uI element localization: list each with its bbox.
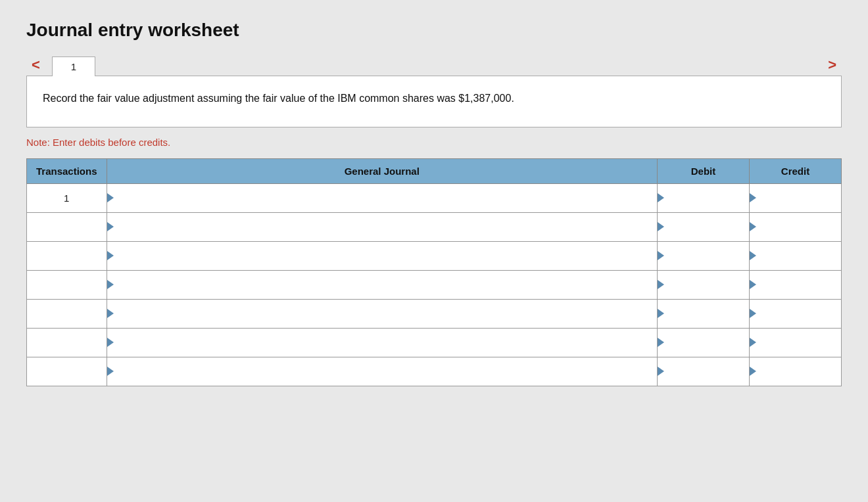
journal-cell[interactable] <box>107 212 657 241</box>
debit-cell[interactable] <box>658 299 750 328</box>
journal-input[interactable] <box>111 329 653 357</box>
table-row <box>27 328 842 357</box>
debit-input[interactable] <box>662 213 745 241</box>
journal-input[interactable] <box>111 357 653 386</box>
transactions-cell <box>27 212 107 241</box>
credit-cell[interactable] <box>750 328 842 357</box>
credit-input[interactable] <box>754 184 837 212</box>
credit-cell[interactable] <box>750 270 842 299</box>
note-text: Note: Enter debits before credits. <box>26 137 842 148</box>
tab-1[interactable]: 1 <box>52 57 95 76</box>
header-general-journal: General Journal <box>107 158 657 183</box>
credit-cell[interactable] <box>750 212 842 241</box>
credit-input[interactable] <box>754 242 837 270</box>
journal-cell[interactable] <box>107 241 657 270</box>
debit-cell[interactable] <box>658 241 750 270</box>
debit-input[interactable] <box>662 184 745 212</box>
debit-cell[interactable] <box>658 183 750 212</box>
debit-cell[interactable] <box>658 328 750 357</box>
journal-input[interactable] <box>111 213 653 241</box>
page-title: Journal entry worksheet <box>26 20 842 41</box>
prev-button[interactable]: < <box>26 54 45 76</box>
table-row <box>27 357 842 386</box>
debit-cell[interactable] <box>658 212 750 241</box>
table-row <box>27 241 842 270</box>
transactions-cell <box>27 270 107 299</box>
journal-cell[interactable] <box>107 328 657 357</box>
next-button[interactable]: > <box>823 54 842 76</box>
journal-table: Transactions General Journal Debit Credi… <box>26 158 842 386</box>
debit-input[interactable] <box>662 242 745 270</box>
credit-input[interactable] <box>754 357 837 386</box>
header-transactions: Transactions <box>27 158 107 183</box>
credit-cell[interactable] <box>750 357 842 386</box>
journal-input[interactable] <box>111 184 653 212</box>
table-row <box>27 212 842 241</box>
journal-cell[interactable] <box>107 357 657 386</box>
table-row: 1 <box>27 183 842 212</box>
transactions-cell <box>27 299 107 328</box>
credit-cell[interactable] <box>750 299 842 328</box>
journal-cell[interactable] <box>107 183 657 212</box>
transactions-cell: 1 <box>27 183 107 212</box>
credit-input[interactable] <box>754 329 837 357</box>
debit-cell[interactable] <box>658 357 750 386</box>
credit-input[interactable] <box>754 271 837 299</box>
credit-cell[interactable] <box>750 241 842 270</box>
journal-input[interactable] <box>111 300 653 328</box>
transactions-cell <box>27 328 107 357</box>
credit-cell[interactable] <box>750 183 842 212</box>
header-credit: Credit <box>750 158 842 183</box>
debit-cell[interactable] <box>658 270 750 299</box>
debit-input[interactable] <box>662 300 745 328</box>
tab-navigation: < 1 > <box>26 54 842 76</box>
journal-input[interactable] <box>111 242 653 270</box>
table-row <box>27 270 842 299</box>
journal-cell[interactable] <box>107 270 657 299</box>
credit-input[interactable] <box>754 213 837 241</box>
journal-input[interactable] <box>111 271 653 299</box>
debit-input[interactable] <box>662 329 745 357</box>
journal-cell[interactable] <box>107 299 657 328</box>
debit-input[interactable] <box>662 357 745 386</box>
instruction-text: Record the fair value adjustment assumin… <box>43 91 825 107</box>
table-row <box>27 299 842 328</box>
credit-input[interactable] <box>754 300 837 328</box>
instruction-box: Record the fair value adjustment assumin… <box>26 76 842 127</box>
table-header-row: Transactions General Journal Debit Credi… <box>27 158 842 183</box>
debit-input[interactable] <box>662 271 745 299</box>
transactions-cell <box>27 241 107 270</box>
transactions-cell <box>27 357 107 386</box>
header-debit: Debit <box>658 158 750 183</box>
